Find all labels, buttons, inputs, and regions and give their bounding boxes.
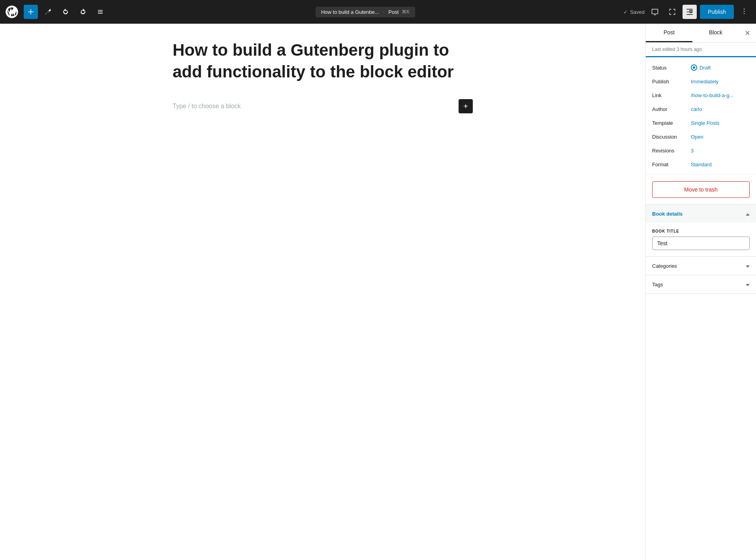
categories-header[interactable]: Categories bbox=[646, 257, 756, 275]
tags-chevron-down-icon bbox=[746, 281, 750, 288]
tags-title: Tags bbox=[652, 282, 663, 288]
toolbar-right: ✓ Saved Publish bbox=[623, 5, 751, 19]
toolbar: How to build a Gutenbe... · Post ⌘K ✓ Sa… bbox=[0, 0, 756, 24]
categories-section: Categories bbox=[646, 257, 756, 275]
editor-content: How to build a Gutenberg plugin to add f… bbox=[157, 39, 489, 117]
link-label: Link bbox=[652, 92, 688, 98]
discussion-value[interactable]: Open bbox=[691, 134, 703, 140]
link-value[interactable]: /how-to-build-a-g... bbox=[691, 92, 733, 98]
fullscreen-button[interactable] bbox=[665, 5, 679, 19]
format-value[interactable]: Standard bbox=[691, 162, 712, 167]
last-edited-notice: Last edited 3 hours ago. bbox=[646, 43, 756, 57]
tab-post[interactable]: Post bbox=[646, 24, 692, 42]
format-label: Format bbox=[652, 162, 688, 167]
author-row: Author carlo bbox=[646, 102, 756, 116]
meta-section: Status Draft Publish Immediately Link bbox=[646, 57, 756, 175]
wp-logo bbox=[5, 5, 19, 19]
format-row: Format Standard bbox=[646, 158, 756, 171]
tab-block[interactable]: Block bbox=[692, 24, 739, 42]
discussion-label: Discussion bbox=[652, 134, 688, 140]
tags-header[interactable]: Tags bbox=[646, 275, 756, 293]
publish-value[interactable]: Immediately bbox=[691, 79, 718, 85]
book-details-section: Book details BOOK TITLE bbox=[646, 205, 756, 257]
link-row: Link /how-to-build-a-g... bbox=[646, 88, 756, 102]
toolbar-center: How to build a Gutenbe... · Post ⌘K bbox=[111, 7, 620, 17]
post-title-pill[interactable]: How to build a Gutenbe... · Post ⌘K bbox=[316, 7, 415, 17]
undo-button[interactable] bbox=[58, 5, 73, 19]
keyboard-shortcut: ⌘K bbox=[402, 9, 410, 15]
desktop-preview-button[interactable] bbox=[648, 5, 662, 19]
publish-label: Publish bbox=[652, 79, 688, 85]
author-label: Author bbox=[652, 106, 688, 112]
publish-button[interactable]: Publish bbox=[700, 5, 734, 19]
categories-chevron-down-icon bbox=[746, 262, 750, 269]
add-block-inline-button[interactable]: + bbox=[459, 99, 473, 113]
template-label: Template bbox=[652, 120, 688, 126]
tags-section: Tags bbox=[646, 275, 756, 294]
editor-area: How to build a Gutenberg plugin to add f… bbox=[0, 24, 645, 560]
pill-separator: · bbox=[383, 9, 385, 15]
sidebar-close-button[interactable]: ✕ bbox=[739, 24, 756, 42]
template-value[interactable]: Single Posts bbox=[691, 120, 719, 126]
status-draft-icon bbox=[691, 64, 697, 71]
redo-button[interactable] bbox=[76, 5, 90, 19]
post-title[interactable]: How to build a Gutenberg plugin to add f… bbox=[173, 39, 473, 83]
status-row: Status Draft bbox=[646, 60, 756, 75]
publish-row: Publish Immediately bbox=[646, 75, 756, 88]
block-placeholder-row: Type / to choose a block + bbox=[173, 95, 473, 117]
book-details-header[interactable]: Book details bbox=[646, 205, 756, 223]
block-placeholder-text: Type / to choose a block bbox=[173, 103, 241, 110]
author-value[interactable]: carlo bbox=[691, 106, 702, 112]
sidebar: Post Block ✕ Last edited 3 hours ago. St… bbox=[645, 24, 756, 560]
status-label: Status bbox=[652, 65, 688, 71]
book-title-input[interactable] bbox=[652, 237, 750, 250]
move-to-trash-button[interactable]: Move to trash bbox=[652, 181, 750, 198]
edit-button[interactable] bbox=[41, 5, 55, 19]
settings-sidebar-toggle[interactable] bbox=[683, 5, 697, 19]
revisions-value[interactable]: 3 bbox=[691, 148, 694, 154]
status-value[interactable]: Draft bbox=[691, 64, 711, 71]
saved-check-icon: ✓ bbox=[623, 9, 628, 15]
status-icon-inner bbox=[693, 66, 695, 69]
discussion-row: Discussion Open bbox=[646, 130, 756, 144]
main-area: How to build a Gutenberg plugin to add f… bbox=[0, 24, 756, 560]
add-block-button[interactable] bbox=[24, 5, 38, 19]
book-details-content: BOOK TITLE bbox=[646, 223, 756, 256]
template-row: Template Single Posts bbox=[646, 116, 756, 130]
post-type-label: Post bbox=[388, 9, 399, 15]
saved-label: Saved bbox=[630, 9, 645, 15]
document-overview-button[interactable] bbox=[93, 5, 107, 19]
categories-title: Categories bbox=[652, 263, 677, 269]
revisions-row: Revisions 3 bbox=[646, 144, 756, 158]
more-options-button[interactable] bbox=[737, 5, 751, 19]
trash-section: Move to trash bbox=[646, 175, 756, 205]
sidebar-tabs: Post Block ✕ bbox=[646, 24, 756, 43]
post-title-short: How to build a Gutenbe... bbox=[321, 9, 379, 15]
book-details-title: Book details bbox=[652, 211, 683, 217]
revisions-label: Revisions bbox=[652, 148, 688, 154]
book-title-label: BOOK TITLE bbox=[652, 229, 750, 233]
sidebar-content: Last edited 3 hours ago. Status Draft Pu… bbox=[646, 43, 756, 294]
saved-indicator: ✓ Saved bbox=[623, 9, 645, 15]
book-details-chevron-up-icon bbox=[746, 210, 750, 217]
